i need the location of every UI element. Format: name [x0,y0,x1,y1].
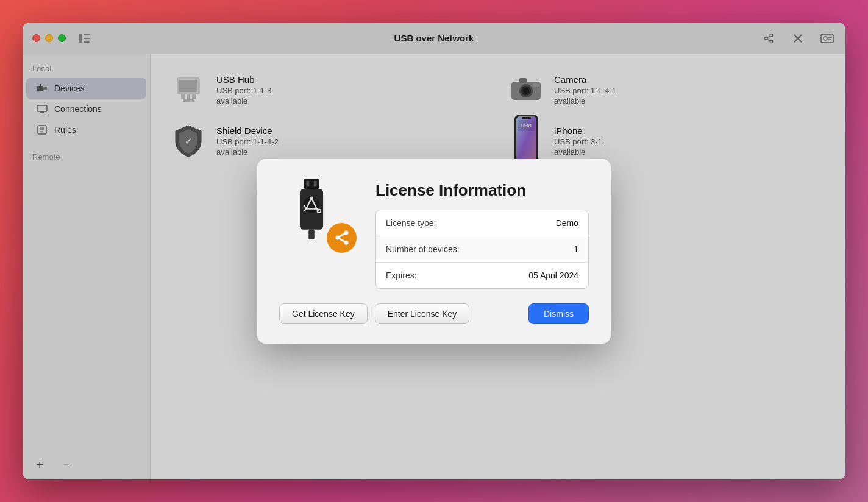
modal-header: License Information License type: Demo N… [279,179,589,289]
svg-rect-55 [308,229,315,239]
modal-title: License Information [375,179,589,200]
svg-rect-44 [304,179,319,189]
modal-title-section: License Information License type: Demo N… [375,179,589,289]
app-window: USB over Network [23,23,845,479]
license-row-devices: Number of devices: 1 [376,236,588,263]
license-type-value: Demo [556,218,578,228]
license-devices-label: Number of devices: [386,244,460,254]
app-icon [279,179,358,258]
license-expires-value: 05 April 2024 [528,270,578,280]
modal-overlay: License Information License type: Demo N… [23,23,845,479]
license-expires-label: Expires: [386,270,417,280]
svg-rect-46 [314,180,317,186]
license-row-expires: Expires: 05 April 2024 [376,263,588,288]
svg-line-59 [340,239,344,242]
license-modal: License Information License type: Demo N… [257,159,611,344]
dismiss-button[interactable]: Dismiss [528,303,589,324]
license-devices-value: 1 [574,244,578,254]
modal-footer: Get License Key Enter License Key Dismis… [279,303,589,324]
svg-line-60 [340,234,344,237]
license-row-type: License type: Demo [376,210,588,236]
share-icon-svg [333,229,350,246]
enter-license-button[interactable]: Enter License Key [375,303,470,324]
svg-point-58 [344,241,348,245]
license-table: License type: Demo Number of devices: 1 … [375,210,589,289]
share-badge [325,221,358,255]
get-license-button[interactable]: Get License Key [279,303,368,324]
svg-point-56 [344,230,348,235]
svg-rect-45 [306,180,309,186]
svg-point-57 [335,236,340,240]
license-type-label: License type: [386,218,436,228]
svg-point-50 [310,196,313,200]
